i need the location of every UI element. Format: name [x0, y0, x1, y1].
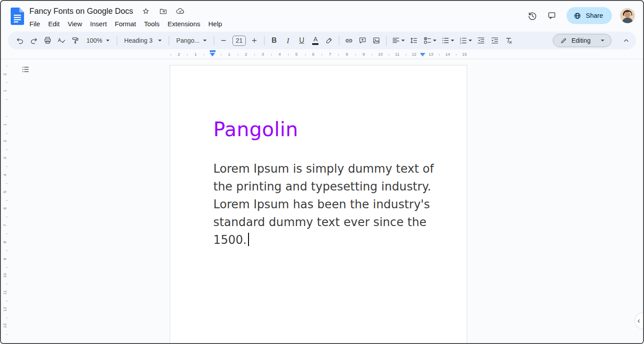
ruler-tick — [221, 54, 221, 56]
ruler-tick — [372, 54, 372, 56]
ruler-tick — [6, 150, 8, 150]
font-size-input[interactable] — [232, 36, 246, 46]
toolbar-divider — [339, 36, 339, 45]
ruler-number: 12 — [410, 52, 418, 57]
ruler-tick — [6, 66, 8, 66]
ruler-number: 10 — [2, 272, 8, 279]
doc-body[interactable]: Lorem Ipsum is simply dummy text ofthe p… — [213, 160, 434, 249]
text-color-button[interactable]: A — [309, 34, 322, 47]
document-canvas: 1212345678910111213 Pangolin Lorem Ipsum… — [1, 59, 643, 343]
menu-file[interactable]: File — [25, 18, 44, 30]
ruler-tick — [238, 54, 238, 56]
zoom-value: 100% — [86, 37, 102, 44]
document-status-cloud-icon[interactable] — [175, 6, 185, 16]
ruler-number: 9 — [360, 52, 368, 57]
bullet-list-dropdown[interactable] — [439, 34, 456, 47]
ruler-number: 14 — [444, 52, 452, 57]
share-button[interactable]: Share — [567, 7, 612, 24]
ruler-tick — [439, 54, 440, 56]
bold-button[interactable]: B — [268, 34, 281, 47]
font-dropdown[interactable]: Pango... — [172, 34, 211, 47]
ruler-number: 11 — [2, 289, 8, 296]
paragraph-style-value: Heading 3 — [124, 37, 153, 44]
doc-body-line[interactable]: 1500. — [213, 231, 434, 249]
ruler-number: 9 — [2, 255, 8, 262]
increase-font-size-button[interactable] — [248, 34, 261, 47]
insert-image-button[interactable] — [370, 34, 383, 47]
move-to-folder-button[interactable] — [158, 6, 168, 16]
ruler-number: 13 — [2, 323, 8, 329]
menu-format[interactable]: Format — [111, 18, 140, 30]
chevron-left-icon — [636, 318, 642, 324]
first-line-indent-marker[interactable] — [210, 50, 216, 52]
menu-tools[interactable]: Tools — [140, 18, 163, 30]
doc-body-line[interactable]: the printing and typesetting industry. — [213, 178, 434, 195]
spelling-check-button[interactable]: A — [55, 34, 68, 47]
document-title[interactable]: Fancy Fonts on Google Docs — [29, 7, 133, 16]
italic-button[interactable]: I — [281, 34, 294, 47]
ruler-number: 5 — [2, 188, 8, 195]
increase-indent-button[interactable] — [489, 34, 501, 47]
left-indent-marker[interactable] — [210, 53, 215, 57]
ruler-tick — [6, 234, 8, 234]
menu-help[interactable]: Help — [204, 18, 226, 30]
doc-body-line[interactable]: Lorem Ipsum is simply dummy text of — [213, 160, 434, 178]
hide-menus-button[interactable] — [620, 34, 632, 47]
ruler-number: 15 — [461, 52, 469, 57]
doc-heading[interactable]: Pangolin — [213, 118, 298, 141]
ruler-number: 7 — [2, 222, 8, 229]
doc-body-line[interactable]: standard dummy text ever since the — [213, 213, 434, 231]
app-header: Fancy Fonts on Google Docs FileEditViewI… — [1, 1, 643, 32]
zoom-dropdown[interactable]: 100% — [82, 34, 114, 47]
paragraph-style-dropdown[interactable]: Heading 3 — [120, 34, 166, 47]
italic-icon: I — [287, 37, 289, 45]
chevron-down-icon — [158, 40, 162, 41]
version-history-button[interactable] — [524, 7, 541, 24]
undo-button[interactable] — [13, 34, 26, 47]
chevron-down-icon — [401, 40, 405, 41]
show-outline-button[interactable] — [19, 63, 32, 76]
decrease-indent-button[interactable] — [475, 34, 488, 47]
highlight-color-button[interactable] — [323, 34, 336, 47]
numbered-list-dropdown[interactable]: 123 — [457, 34, 474, 47]
ruler-tick — [254, 54, 255, 56]
ruler-number: 2 — [242, 52, 250, 57]
ruler-number: 1 — [2, 121, 8, 128]
redo-button[interactable] — [27, 34, 40, 47]
doc-body-line[interactable]: Lorem Ipsum has been the industry's — [213, 195, 434, 213]
menu-edit[interactable]: Edit — [44, 18, 64, 30]
ruler-tick — [6, 334, 8, 335]
document-page[interactable]: Pangolin Lorem Ipsum is simply dummy tex… — [170, 65, 467, 344]
underline-button[interactable]: U — [295, 34, 308, 47]
ruler-tick — [406, 54, 406, 56]
ruler-tick — [6, 133, 8, 134]
toolbar-divider — [386, 36, 387, 45]
menu-extensions[interactable]: Extensions — [163, 18, 204, 30]
line-spacing-button[interactable] — [408, 34, 420, 47]
menu-view[interactable]: View — [64, 18, 86, 30]
ruler-number: 6 — [2, 205, 8, 212]
ruler-tick — [6, 267, 8, 267]
side-panel-toggle-button[interactable] — [635, 312, 643, 329]
insert-link-button[interactable] — [342, 34, 355, 47]
toolbar-divider — [214, 36, 214, 45]
text-color-swatch — [312, 43, 318, 45]
print-button[interactable] — [41, 34, 54, 47]
google-docs-window: Fancy Fonts on Google Docs FileEditViewI… — [0, 0, 644, 344]
paint-format-button[interactable] — [69, 34, 82, 47]
align-dropdown[interactable] — [390, 34, 407, 47]
star-button[interactable] — [141, 6, 151, 16]
checklist-dropdown[interactable] — [421, 34, 438, 47]
add-comment-button[interactable] — [356, 34, 369, 47]
ruler-number: 1 — [192, 52, 200, 57]
ruler-number: 1 — [2, 88, 8, 94]
horizontal-ruler: 12123456789101112131415 — [1, 50, 643, 59]
decrease-font-size-button[interactable] — [217, 34, 230, 47]
docs-logo-icon[interactable] — [11, 8, 24, 25]
user-avatar[interactable] — [620, 8, 635, 23]
open-comments-button[interactable] — [543, 7, 560, 24]
clear-formatting-button[interactable] — [502, 34, 515, 47]
editing-mode-dropdown[interactable]: Editing — [553, 34, 611, 47]
menu-insert[interactable]: Insert — [86, 18, 111, 30]
share-globe-icon — [573, 12, 582, 20]
